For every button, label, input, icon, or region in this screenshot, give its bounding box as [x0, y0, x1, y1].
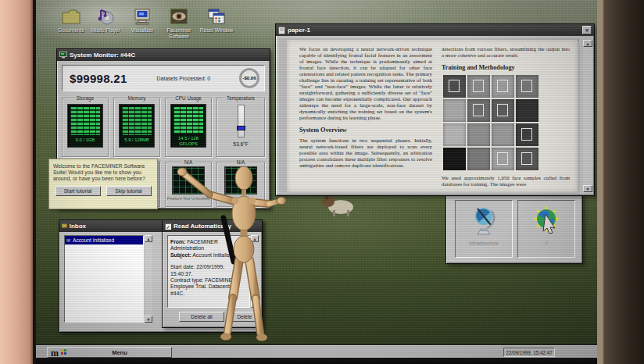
gauge-temperature: Temperature 53.6°F [216, 98, 265, 157]
document-icon [278, 27, 285, 34]
paper-right-column: detections from various filters, streaml… [442, 46, 570, 187]
gauge-value: 14.5 / 128 GFLOPS [171, 136, 206, 146]
abstract-paragraph: We focus on developing a neural network-… [299, 46, 432, 121]
face-sample-thumbnail [492, 123, 514, 146]
taskbar: m Menu 22/09/1999, 15:42:47 [36, 345, 597, 358]
memory-led-meter: 5.9 / 128MB [119, 104, 155, 148]
folder-icon [61, 8, 81, 25]
system-overview-paragraph: The system functions in two sequential p… [299, 137, 432, 169]
inbox-list-item-selected[interactable]: ✉ Account Initialised [65, 236, 143, 244]
desktop-icon-label: Reset Window [198, 27, 235, 34]
face-detection-box [473, 104, 484, 116]
desktop-icon-documents[interactable]: Documents [52, 8, 90, 34]
face-sample-thumbnail [467, 148, 490, 170]
face-sample-thumbnail [467, 123, 490, 146]
window-title: Inbox [70, 223, 86, 230]
face-detection-box [449, 80, 460, 92]
paper-titlebar[interactable]: paper-1 ✕ [276, 24, 594, 36]
monitor-bezel-left [0, 0, 33, 364]
face-detection-box [521, 128, 532, 141]
desktop-icon-faceminer[interactable]: Faceminer Software [160, 8, 198, 39]
tutorial-tooltip: Welcome to the FACEMINER Software Suite!… [48, 159, 158, 209]
launcher-item-label: ? [518, 241, 574, 246]
balance-value: $99998.21 [70, 72, 127, 85]
gauge-label: Storage [75, 95, 95, 101]
gauge-value: 53.6°F [217, 141, 264, 147]
face-sample-thumbnail [443, 148, 466, 170]
datasets-processed: Datasets Processed: 0 [157, 76, 210, 81]
scroll-up-icon[interactable]: ▲ [583, 40, 592, 47]
paper-page: We focus on developing a neural network-… [287, 40, 578, 192]
face-detection-box [521, 152, 532, 165]
globe-cursor-icon [532, 205, 560, 236]
envelope-icon: ✉ [62, 223, 67, 230]
figure-caption: We used approximately 1,050 face samples… [442, 175, 570, 187]
scroll-down-icon[interactable]: ▼ [583, 185, 592, 192]
face-sample-thumbnail [492, 75, 514, 98]
menu-button[interactable]: m Menu [47, 347, 172, 358]
scroll-up-icon[interactable]: ▲ [145, 235, 152, 242]
scroll-down-icon[interactable]: ▼ [145, 316, 152, 323]
crt-monitor-photo: Documents Music Player Visualizer [0, 0, 644, 364]
temperature-slider[interactable] [238, 105, 245, 137]
tooltip-text: Welcome to the FACEMINER Software Suite!… [53, 163, 153, 183]
face-sample-thumbnail [443, 99, 466, 122]
face-grid [443, 75, 570, 170]
window-title: paper-1 [288, 27, 310, 34]
face-detection-box [497, 152, 508, 165]
launcher-window: Infrastructure ? [445, 193, 583, 264]
gauge-cpu: CPU Usage 14.5 / 128 GFLOPS [165, 98, 212, 157]
skip-tutorial-button[interactable]: Skip tutorial [106, 186, 152, 196]
face-detection-box [473, 80, 484, 92]
continuation-text: detections from various filters, streaml… [442, 46, 570, 59]
desktop-icon-music-player[interactable]: Music Player [87, 8, 124, 34]
desktop-icon-visualizer[interactable]: Visualizer [123, 8, 161, 34]
system-monitor-titlebar[interactable]: System Monitor: #44C [57, 49, 270, 61]
stat-strip: $99998.21 Datasets Processed: 0 -$0.06 [62, 65, 265, 91]
face-sample-thumbnail [443, 123, 466, 146]
menu-logo: m [51, 348, 68, 357]
face-detection-box [521, 80, 532, 92]
paper-left-column: We focus on developing a neural network-… [299, 46, 432, 187]
inbox-item-label: Account Initialised [73, 237, 114, 243]
gauge-storage: Storage 0.0 / 1GB [62, 98, 109, 157]
desktop-icon-reset-window[interactable]: Reset Window [198, 8, 235, 34]
window-title: System Monitor: #44C [70, 52, 135, 59]
desktop-icon-label: Documents [52, 27, 90, 34]
monitor-bezel-right [597, 0, 644, 364]
cpu-led-meter: 14.5 / 128 GFLOPS [170, 104, 206, 148]
face-sample-thumbnail [443, 75, 466, 98]
desktop-icon-label: Visualizer [123, 27, 161, 34]
screen-bottom-edge [36, 358, 597, 364]
svg-text:m: m [51, 348, 59, 357]
face-sample-thumbnail [492, 99, 514, 122]
paper-scrollbar[interactable]: ▲ ▼ [583, 40, 592, 192]
launcher-item-unknown[interactable]: ? [517, 200, 575, 258]
gauge-label: Memory [126, 95, 147, 101]
face-detection-box [497, 104, 508, 116]
envelope-icon: ✉ [66, 237, 70, 243]
temperature-slider-handle[interactable] [237, 126, 245, 130]
desktop-icon-label: Music Player [87, 27, 124, 34]
face-sample-thumbnail [516, 99, 538, 122]
screen-edge [33, 0, 36, 364]
gauge-value: 5.9 / 128MB [120, 137, 154, 143]
storage-led-meter: 0.0 / 1GB [67, 104, 103, 148]
menu-label: Menu [112, 349, 127, 356]
section-heading-training: Training and Methodology [442, 64, 570, 71]
desk-globe-icon [470, 205, 498, 236]
face-detection-box [497, 80, 508, 92]
gauge-memory: Memory 5.9 / 128MB [113, 98, 160, 157]
paper-window: paper-1 ✕ We focus on developing a neura… [275, 23, 595, 196]
inbox-message-list: ✉ Account Initialised [64, 235, 144, 323]
inbox-list-scrollbar[interactable]: ▲ ▼ [145, 235, 152, 323]
launcher-item-infrastructure[interactable]: Infrastructure [455, 200, 513, 258]
face-sample-thumbnail [467, 99, 490, 122]
close-icon[interactable]: ✕ [582, 26, 592, 34]
read-automatically-checkbox[interactable]: ✓ [165, 223, 171, 230]
launcher-item-label: Infrastructure [456, 241, 512, 246]
face-sample-thumbnail [516, 123, 538, 146]
music-note-cd-icon [95, 8, 116, 25]
eye-icon [169, 8, 189, 25]
start-tutorial-button[interactable]: Start tutorial [55, 186, 101, 196]
